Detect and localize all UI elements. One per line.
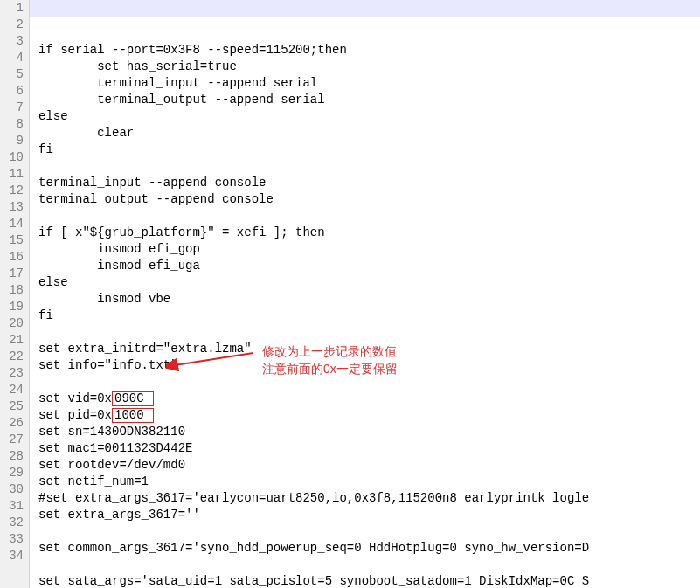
line-number: 17 [3,266,24,282]
code-line[interactable]: if serial --port=0x3F8 --speed=115200;th… [38,42,700,59]
line-number: 10 [3,149,24,166]
highlighted-value: 090C [112,391,154,406]
code-editor[interactable]: 1234567891011121314151617181920212223242… [0,0,700,588]
line-number: 24 [3,382,24,398]
line-number: 22 [3,349,24,365]
code-line[interactable]: terminal_output --append serial [38,92,700,108]
line-number: 23 [3,365,24,382]
line-number-gutter: 1234567891011121314151617181920212223242… [0,0,30,588]
line-number: 27 [3,432,24,448]
code-line[interactable]: set sn=1430ODN382110 [38,424,700,440]
current-line-highlight [30,0,700,17]
code-line[interactable] [38,208,700,225]
code-line[interactable]: set info="info.txt" [38,357,700,374]
line-number: 28 [3,448,24,465]
code-line[interactable]: set vid=0x090C [38,391,700,407]
code-line[interactable]: set netif_num=1 [38,474,700,490]
line-number: 26 [3,415,24,432]
code-line[interactable]: clear [38,125,700,142]
line-number: 5 [3,66,24,83]
line-number: 25 [3,398,24,415]
code-line[interactable]: fi [38,308,700,324]
code-line[interactable]: set common_args_3617='syno_hdd_powerup_s… [38,540,700,557]
code-line[interactable]: else [38,108,700,125]
line-number: 13 [3,199,24,216]
code-line[interactable] [38,523,700,540]
line-number: 31 [3,498,24,515]
line-number: 32 [3,515,24,531]
line-number: 12 [3,183,24,199]
code-line[interactable]: if [ x"${grub_platform}" = xefi ]; then [38,225,700,241]
code-line[interactable]: insmod vbe [38,291,700,308]
line-number: 6 [3,83,24,100]
line-number: 3 [3,33,24,50]
line-number: 7 [3,100,24,116]
code-line[interactable]: set sata_args='sata_uid=1 sata_pcislot=5… [38,573,700,588]
code-line[interactable]: set rootdev=/dev/md0 [38,457,700,474]
code-line[interactable]: insmod efi_uga [38,258,700,274]
code-line[interactable]: set has_serial=true [38,59,700,75]
line-number: 11 [3,166,24,183]
code-line[interactable]: #set extra_args_3617='earlycon=uart8250,… [38,490,700,507]
code-line[interactable] [38,158,700,175]
code-line[interactable]: fi [38,142,700,158]
line-number: 8 [3,116,24,133]
code-line[interactable] [38,374,700,391]
line-number: 16 [3,249,24,266]
line-number: 33 [3,531,24,548]
code-line[interactable]: set mac1=0011323D442E [38,440,700,457]
line-number: 29 [3,465,24,481]
code-line[interactable]: set extra_initrd="extra.lzma" [38,341,700,357]
code-line[interactable]: terminal_output --append console [38,191,700,208]
line-number: 34 [3,548,24,564]
highlighted-value: 1000 [112,408,154,423]
line-number: 15 [3,232,24,249]
code-line[interactable] [38,557,700,573]
line-number: 14 [3,216,24,232]
line-number: 1 [3,0,24,17]
line-number: 21 [3,332,24,349]
code-line[interactable]: set extra_args_3617='' [38,507,700,523]
line-number: 19 [3,299,24,315]
code-line[interactable]: terminal_input --append console [38,175,700,191]
line-number: 2 [3,17,24,33]
code-line[interactable]: else [38,274,700,291]
line-number: 9 [3,133,24,149]
code-line[interactable]: insmod efi_gop [38,241,700,258]
line-number: 4 [3,50,24,66]
line-number: 30 [3,481,24,498]
code-line[interactable]: terminal_input --append serial [38,75,700,92]
code-line[interactable] [38,324,700,341]
line-number: 20 [3,315,24,332]
code-area[interactable]: if serial --port=0x3F8 --speed=115200;th… [30,0,700,588]
line-number: 18 [3,282,24,299]
code-line[interactable]: set pid=0x1000 [38,407,700,424]
